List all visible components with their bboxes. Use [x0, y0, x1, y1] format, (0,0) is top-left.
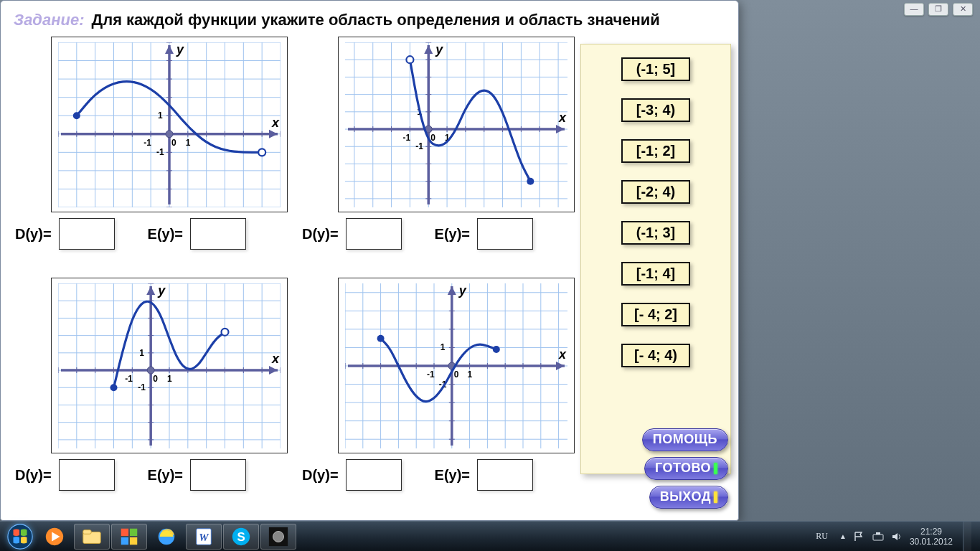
svg-text:W: W — [199, 531, 209, 542]
plot-1-domain-drop[interactable] — [59, 218, 115, 250]
svg-text:1: 1 — [158, 110, 163, 121]
svg-point-228 — [8, 524, 32, 548]
taskbar-word-icon[interactable]: W — [186, 524, 222, 550]
svg-point-57 — [258, 149, 265, 156]
action-buttons: ПОМОЩЬ ГОТОВО ВЫХОД — [570, 428, 728, 509]
plot-4-domain-drop[interactable] — [346, 459, 402, 491]
taskbar-mediaplayer-icon[interactable] — [37, 524, 72, 550]
domain-label: D(y)= — [15, 467, 52, 484]
start-button[interactable] — [4, 523, 36, 550]
clock[interactable]: 21:29 30.01.2012 — [910, 527, 953, 547]
answer-chip[interactable]: (-1; 5] — [621, 57, 690, 81]
svg-rect-236 — [130, 537, 137, 544]
svg-text:x: x — [271, 115, 280, 129]
app-window: Задание: Для каждой функции укажите обла… — [0, 0, 739, 521]
svg-marker-216 — [556, 362, 565, 370]
svg-rect-234 — [130, 528, 137, 535]
answers-panel: (-1; 5] [-3; 4) [-1; 2] [-2; 4) (-1; 3] … — [580, 44, 731, 474]
close-button[interactable]: ✕ — [953, 3, 973, 16]
svg-text:x: x — [558, 110, 567, 125]
svg-point-113 — [527, 177, 534, 184]
svg-text:-1: -1 — [138, 382, 146, 392]
done-button[interactable]: ГОТОВО — [644, 457, 728, 480]
plot-2-range-drop[interactable] — [477, 218, 533, 250]
svg-marker-160 — [269, 366, 278, 375]
window-controls: — ❐ ✕ — [904, 3, 973, 16]
svg-point-112 — [406, 56, 413, 63]
maximize-button[interactable]: ❐ — [928, 3, 948, 16]
svg-rect-232 — [83, 529, 91, 534]
plots-grid: xy-1011-1 D(y)= E(y)= — [8, 37, 553, 514]
minimize-button[interactable]: — — [904, 3, 924, 16]
taskbar-skype-icon[interactable]: S — [223, 524, 259, 550]
range-label: E(y)= — [435, 226, 470, 242]
svg-text:0: 0 — [171, 137, 176, 147]
svg-text:1: 1 — [440, 342, 446, 352]
svg-text:y: y — [157, 283, 166, 298]
svg-text:1: 1 — [468, 369, 473, 380]
domain-label: D(y)= — [302, 226, 339, 242]
svg-text:-1: -1 — [143, 137, 151, 147]
range-label: E(y)= — [148, 467, 183, 484]
clock-time: 21:29 — [910, 527, 953, 537]
svg-rect-244 — [873, 534, 883, 540]
flag-icon[interactable] — [854, 531, 865, 542]
svg-text:x: x — [271, 352, 280, 366]
plot-1-range-drop[interactable] — [190, 218, 246, 250]
answer-chip[interactable]: [-3; 4) — [621, 98, 690, 122]
volume-icon[interactable] — [891, 531, 903, 542]
plot-4-range-drop[interactable] — [477, 459, 533, 491]
plot-3-frame: xy-1011-1 — [51, 278, 288, 453]
svg-rect-233 — [121, 528, 128, 535]
system-tray: RU ▲ 21:29 30.01.2012 — [811, 522, 976, 552]
show-desktop-button[interactable] — [963, 522, 971, 552]
help-button[interactable]: ПОМОЩЬ — [642, 428, 728, 451]
plot-1-frame: xy-1011-1 — [51, 37, 288, 212]
answer-chip[interactable]: [-1; 4] — [621, 262, 690, 286]
clock-date: 30.01.2012 — [910, 537, 953, 547]
plot-2-domain-drop[interactable] — [346, 218, 402, 250]
taskbar-ie-icon[interactable] — [149, 524, 184, 550]
task-header: Задание: Для каждой функции укажите обла… — [4, 4, 735, 34]
plot-1: xy-1011-1 D(y)= E(y)= — [15, 37, 273, 250]
svg-point-56 — [73, 112, 80, 119]
svg-text:0: 0 — [454, 369, 459, 380]
plot-3-domain-drop[interactable] — [59, 459, 115, 491]
svg-point-48 — [166, 130, 173, 137]
svg-text:-1: -1 — [415, 141, 423, 151]
svg-text:y: y — [435, 42, 443, 57]
svg-text:S: S — [237, 529, 245, 543]
plot-4-frame: xy-1011-1 — [338, 278, 575, 453]
svg-marker-47 — [165, 45, 174, 54]
svg-text:x: x — [558, 347, 567, 362]
answer-chip[interactable]: [-1; 2] — [621, 139, 690, 163]
svg-marker-217 — [448, 286, 456, 295]
domain-label: D(y)= — [302, 467, 339, 484]
svg-point-243 — [273, 531, 284, 542]
answer-chip[interactable]: (-1; 3] — [621, 221, 690, 245]
taskbar-app-icon[interactable] — [111, 524, 147, 550]
answer-chip[interactable]: [- 4; 2] — [621, 303, 690, 326]
plot-3: xy-1011-1 D(y)= E(y)= — [15, 278, 273, 491]
network-icon[interactable] — [872, 531, 884, 542]
taskbar-explorer-icon[interactable] — [74, 524, 110, 550]
taskbar: W S RU ▲ 21:29 30.01.2012 — [0, 521, 980, 551]
language-indicator[interactable]: RU — [811, 529, 832, 543]
answer-chip[interactable]: [- 4; 4) — [621, 344, 690, 367]
plot-4: xy-1011-1 D(y)= E(y)= — [302, 278, 560, 491]
plot-3-range-drop[interactable] — [190, 459, 246, 491]
tray-overflow-icon[interactable]: ▲ — [839, 532, 847, 540]
svg-marker-161 — [146, 286, 155, 295]
svg-marker-46 — [269, 129, 278, 138]
svg-point-171 — [222, 328, 229, 335]
desktop: — ❐ ✕ Задание: Для каждой функции укажит… — [0, 0, 980, 551]
svg-text:-1: -1 — [156, 147, 164, 157]
range-label: E(y)= — [148, 226, 183, 242]
answer-chip[interactable]: [-2; 4) — [621, 180, 690, 204]
svg-point-170 — [110, 384, 118, 391]
exit-button[interactable]: ВЫХОД — [649, 486, 728, 509]
taskbar-misc-icon[interactable] — [260, 524, 296, 550]
plot-2-frame: xy-1011-1 — [338, 37, 575, 212]
svg-text:-1: -1 — [125, 374, 133, 384]
svg-text:y: y — [458, 283, 467, 298]
